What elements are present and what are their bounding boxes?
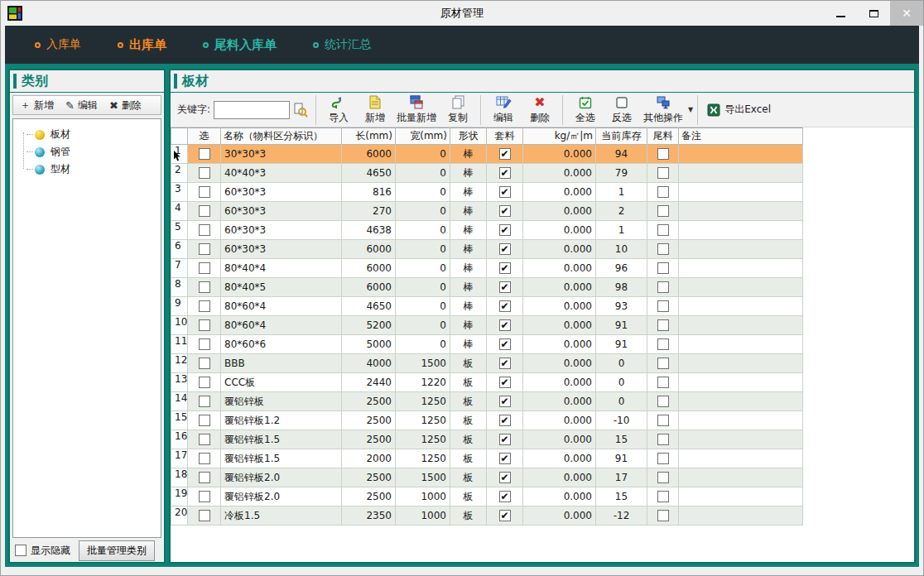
table-row[interactable]: 12BBB40001500板✔0.0000 — [171, 354, 803, 373]
batch-add-button[interactable]: 批量新增 — [393, 94, 440, 126]
import-button[interactable]: 导入 — [320, 94, 357, 126]
column-header[interactable]: 套料 — [487, 128, 523, 145]
nesting-checkbox[interactable]: ✔ — [499, 319, 511, 331]
table-row[interactable]: 1180*60*650000棒✔0.00091 — [171, 335, 803, 354]
table-row[interactable]: 14覆铝锌板25001250板✔0.0000 — [171, 392, 803, 411]
nesting-checkbox[interactable]: ✔ — [499, 415, 511, 426]
tab-inbound[interactable]: 入库单 — [35, 37, 81, 52]
select-checkbox[interactable] — [199, 186, 210, 198]
remnant-checkbox[interactable] — [657, 300, 669, 312]
table-row[interactable]: 130*30*360000棒✔0.00094 — [171, 145, 803, 164]
select-checkbox[interactable] — [199, 510, 210, 521]
tree-item-profile[interactable]: 型材 — [17, 161, 157, 178]
remnant-checkbox[interactable] — [657, 472, 669, 483]
column-header[interactable]: 备注 — [679, 128, 803, 145]
nesting-checkbox[interactable]: ✔ — [499, 243, 511, 255]
select-checkbox[interactable] — [199, 300, 210, 312]
table-row[interactable]: 780*40*460000棒✔0.00096 — [171, 259, 803, 278]
search-button[interactable] — [290, 100, 311, 120]
select-checkbox[interactable] — [199, 453, 210, 464]
table-row[interactable]: 460*30*32700棒✔0.0002 — [171, 202, 803, 221]
select-checkbox[interactable] — [199, 338, 210, 350]
chevron-down-icon[interactable]: ▼ — [688, 106, 693, 113]
tree-item-plate[interactable]: 板材 — [17, 126, 157, 143]
tree-item-pipe[interactable]: 钢管 — [17, 143, 157, 161]
select-checkbox[interactable] — [199, 319, 210, 331]
select-all-button[interactable]: 全选 — [567, 94, 604, 126]
remnant-checkbox[interactable] — [657, 338, 669, 350]
table-row[interactable]: 880*40*560000棒✔0.00098 — [171, 278, 803, 297]
remnant-checkbox[interactable] — [657, 453, 669, 464]
column-header[interactable]: 形状 — [450, 128, 487, 145]
export-excel-button[interactable]: 导出Excel — [702, 103, 776, 117]
remnant-checkbox[interactable] — [657, 262, 669, 274]
table-row[interactable]: 19覆铝锌板2.025001000板✔0.00015 — [171, 487, 803, 506]
table-row[interactable]: 660*30*360000棒✔0.00010 — [171, 240, 803, 259]
select-checkbox[interactable] — [199, 491, 210, 502]
nesting-checkbox[interactable]: ✔ — [499, 377, 511, 388]
batch-manage-category-button[interactable]: 批量管理类别 — [79, 540, 155, 561]
select-checkbox[interactable] — [199, 262, 210, 274]
nesting-checkbox[interactable]: ✔ — [499, 281, 511, 293]
remnant-checkbox[interactable] — [657, 434, 669, 445]
remnant-checkbox[interactable] — [657, 396, 669, 407]
tab-remnant-inbound[interactable]: 尾料入库单 — [203, 37, 277, 53]
nesting-checkbox[interactable]: ✔ — [499, 510, 511, 521]
tab-statistics[interactable]: 统计汇总 — [313, 37, 371, 52]
select-checkbox[interactable] — [199, 415, 210, 426]
table-row[interactable]: 560*30*346380棒✔0.0001 — [171, 221, 803, 240]
nesting-checkbox[interactable]: ✔ — [499, 205, 511, 217]
nesting-checkbox[interactable]: ✔ — [499, 472, 511, 483]
select-checkbox[interactable] — [199, 434, 210, 445]
column-header[interactable]: 宽(mm) — [396, 128, 450, 145]
add-button[interactable]: 新增 — [357, 94, 393, 126]
table-row[interactable]: 16覆铝锌板1.525001250板✔0.00015 — [171, 430, 803, 449]
remnant-checkbox[interactable] — [657, 186, 669, 198]
select-checkbox[interactable] — [199, 205, 210, 217]
column-header[interactable]: 长(mm) — [342, 128, 396, 145]
table-row[interactable]: 15覆铝锌板1.225001250板✔0.000-10 — [171, 411, 803, 430]
other-operations-button[interactable]: 其他操作 — [640, 94, 686, 126]
category-edit-button[interactable]: ✎ 编辑 — [65, 98, 98, 113]
remnant-checkbox[interactable] — [657, 167, 669, 179]
remnant-checkbox[interactable] — [657, 377, 669, 388]
column-header[interactable]: 选 — [188, 128, 221, 145]
select-checkbox[interactable] — [199, 472, 210, 483]
nesting-checkbox[interactable]: ✔ — [499, 491, 511, 502]
remnant-checkbox[interactable] — [657, 224, 669, 236]
select-checkbox[interactable] — [199, 358, 210, 369]
nesting-checkbox[interactable]: ✔ — [499, 186, 511, 198]
table-row[interactable]: 17覆铝锌板1.520001250板✔0.00091 — [171, 449, 803, 468]
select-checkbox[interactable] — [199, 148, 210, 160]
column-header[interactable]: 当前库存 — [596, 128, 647, 145]
table-row[interactable]: 18覆铝锌板2.025001500板✔0.00017 — [171, 468, 803, 487]
select-checkbox[interactable] — [199, 167, 210, 179]
tab-outbound[interactable]: 出库单 — [118, 37, 166, 53]
remnant-checkbox[interactable] — [657, 358, 669, 369]
nesting-checkbox[interactable]: ✔ — [499, 224, 511, 236]
table-row[interactable]: 1080*60*452000棒✔0.00091 — [171, 316, 803, 335]
remnant-checkbox[interactable] — [657, 491, 669, 502]
show-hidden-checkbox[interactable]: 显示隐藏 — [15, 544, 70, 558]
column-header[interactable]: 尾料 — [647, 128, 679, 145]
nesting-checkbox[interactable]: ✔ — [499, 358, 511, 369]
column-header[interactable]: kg/㎡|m — [523, 128, 596, 145]
nesting-checkbox[interactable]: ✔ — [499, 262, 511, 274]
delete-button[interactable]: ✖ 删除 — [522, 94, 558, 126]
nesting-checkbox[interactable]: ✔ — [499, 453, 511, 464]
edit-button[interactable]: 编辑 — [485, 94, 522, 126]
category-add-button[interactable]: ＋ 新增 — [20, 98, 54, 113]
remnant-checkbox[interactable] — [657, 281, 669, 293]
table-row[interactable]: 13CCC板24401220板✔0.0000 — [171, 373, 803, 392]
table-row[interactable]: 980*60*446500棒✔0.00093 — [171, 297, 803, 316]
category-delete-button[interactable]: ✖ 删除 — [109, 98, 142, 113]
nesting-checkbox[interactable]: ✔ — [499, 167, 511, 179]
column-header[interactable]: 名称（物料区分标识） — [221, 128, 342, 145]
select-checkbox[interactable] — [199, 224, 210, 236]
keyword-input[interactable] — [214, 101, 290, 119]
remnant-checkbox[interactable] — [657, 319, 669, 331]
copy-button[interactable]: 复制 — [440, 94, 476, 126]
remnant-checkbox[interactable] — [657, 205, 669, 217]
remnant-checkbox[interactable] — [657, 243, 669, 255]
nesting-checkbox[interactable]: ✔ — [499, 396, 511, 407]
